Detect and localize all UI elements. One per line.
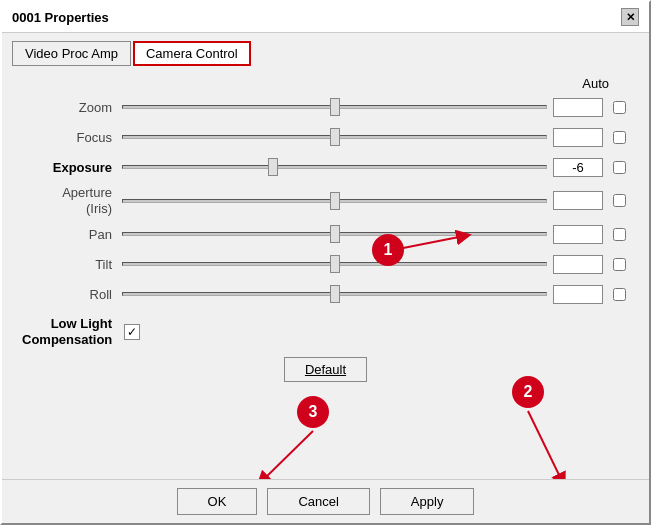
pan-auto-checkbox[interactable] xyxy=(609,228,629,241)
low-light-checkmark[interactable]: ✓ xyxy=(124,324,140,340)
exposure-value: -6 xyxy=(553,158,603,177)
focus-slider-container xyxy=(122,135,547,139)
dialog-title: 0001 Properties xyxy=(12,10,109,25)
dialog: 0001 Properties ✕ Video Proc Amp Camera … xyxy=(0,0,651,525)
pan-slider[interactable] xyxy=(122,232,547,236)
focus-auto-checkbox[interactable] xyxy=(609,131,629,144)
pan-slider-container xyxy=(122,232,547,236)
tilt-slider-container xyxy=(122,262,547,266)
tilt-slider[interactable] xyxy=(122,262,547,266)
tab-bar: Video Proc Amp Camera Control xyxy=(2,33,649,66)
apply-button[interactable]: Apply xyxy=(380,488,475,515)
pan-value xyxy=(553,225,603,244)
pan-row: Pan xyxy=(22,222,629,246)
roll-slider[interactable] xyxy=(122,292,547,296)
aperture-auto-checkbox[interactable] xyxy=(609,194,629,207)
exposure-label: Exposure xyxy=(22,160,122,175)
zoom-auto-checkbox[interactable] xyxy=(609,101,629,114)
tab-camera-control[interactable]: Camera Control xyxy=(133,41,251,66)
annotation-3: 3 xyxy=(297,396,329,428)
low-light-row: Low LightCompensation ✓ xyxy=(22,316,629,347)
pan-label: Pan xyxy=(22,227,122,242)
aperture-value xyxy=(553,191,603,210)
roll-label: Roll xyxy=(22,287,122,302)
svg-line-1 xyxy=(528,411,562,479)
focus-row: Focus xyxy=(22,125,629,149)
zoom-label: Zoom xyxy=(22,100,122,115)
title-bar: 0001 Properties ✕ xyxy=(2,2,649,33)
focus-value xyxy=(553,128,603,147)
default-button[interactable]: Default xyxy=(284,357,367,382)
zoom-value xyxy=(553,98,603,117)
aperture-label: Aperture(Iris) xyxy=(22,185,122,216)
auto-header: Auto xyxy=(22,76,629,91)
button-row: OK Cancel Apply xyxy=(2,479,649,523)
zoom-slider-container xyxy=(122,105,547,109)
default-row: Default xyxy=(22,357,629,392)
content-area: Auto Zoom Focus Exposure -6 xyxy=(2,66,649,479)
tilt-value xyxy=(553,255,603,274)
roll-slider-container xyxy=(122,292,547,296)
cancel-button[interactable]: Cancel xyxy=(267,488,369,515)
low-light-label: Low LightCompensation xyxy=(22,316,122,347)
aperture-slider[interactable] xyxy=(122,199,547,203)
exposure-row: Exposure -6 xyxy=(22,155,629,179)
focus-label: Focus xyxy=(22,130,122,145)
roll-value xyxy=(553,285,603,304)
tilt-row: Tilt xyxy=(22,252,629,276)
exposure-auto-checkbox[interactable] xyxy=(609,161,629,174)
ok-button[interactable]: OK xyxy=(177,488,258,515)
tab-video-proc-amp[interactable]: Video Proc Amp xyxy=(12,41,131,66)
roll-row: Roll xyxy=(22,282,629,306)
exposure-slider[interactable] xyxy=(122,165,547,169)
close-button[interactable]: ✕ xyxy=(621,8,639,26)
zoom-slider[interactable] xyxy=(122,105,547,109)
low-light-checkbox-container: ✓ xyxy=(122,322,142,342)
roll-auto-checkbox[interactable] xyxy=(609,288,629,301)
zoom-row: Zoom xyxy=(22,95,629,119)
tilt-auto-checkbox[interactable] xyxy=(609,258,629,271)
svg-line-2 xyxy=(262,431,313,479)
tilt-label: Tilt xyxy=(22,257,122,272)
focus-slider[interactable] xyxy=(122,135,547,139)
aperture-slider-container xyxy=(122,199,547,203)
exposure-slider-container xyxy=(122,165,547,169)
aperture-row: Aperture(Iris) xyxy=(22,185,629,216)
